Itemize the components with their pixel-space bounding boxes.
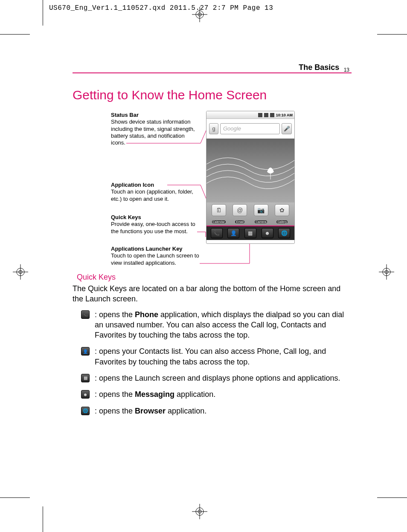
quick-key-messaging: ☻ : opens the Messaging application.	[81, 389, 352, 399]
phone-icon: 📞	[211, 228, 223, 238]
app-gallery: ✿ Gallery	[272, 204, 292, 225]
messaging-icon: ☻	[81, 390, 90, 399]
app-calendar: 🗓 Calendar	[209, 204, 229, 225]
messaging-icon: ☻	[262, 228, 273, 238]
battery-icon	[270, 113, 274, 117]
running-header: The Basics 13	[299, 63, 349, 73]
quick-key-browser: 🌐 : opens the Browser application.	[81, 406, 352, 416]
crop-mark	[377, 497, 407, 498]
manual-page: US670_Eng_Ver1.1_110527.qxd 2011.5.27 2:…	[0, 0, 407, 532]
phone-icon: 📞	[81, 310, 90, 319]
wallpaper-graphic	[206, 139, 294, 202]
status-bar: 10:10 AM	[206, 111, 294, 119]
search-widget: g Google 🎤	[209, 123, 292, 134]
quick-key-launch-text: : opens the Launch screen and displays p…	[95, 373, 352, 383]
quick-key-browser-text: : opens the Browser application.	[95, 406, 352, 416]
quick-keys-bar: 📞 👤 ▦ ☻ 🌐	[206, 226, 294, 240]
mic-icon: 🎤	[282, 123, 292, 134]
quick-key-phone-text: : opens the Phone application, which dis…	[95, 309, 352, 341]
crop-mark	[377, 34, 407, 35]
clock: 10:10 AM	[276, 113, 293, 117]
camera-icon: 📷	[254, 204, 268, 216]
quick-key-phone: 📞 : opens the Phone application, which d…	[81, 309, 352, 341]
page-content: Getting to Know the Home Screen Status B…	[73, 85, 352, 422]
browser-icon: 🌐	[81, 407, 90, 415]
phone-screenshot: 10:10 AM g Google 🎤	[206, 111, 295, 244]
home-apps-row: 🗓 Calendar @ Email 📷 Camera ✿ Gallery	[206, 202, 294, 226]
network-icon	[258, 113, 262, 117]
crop-mark	[43, 506, 43, 532]
app-camera: 📷 Camera	[251, 204, 271, 225]
contacts-icon: 👤	[81, 347, 90, 356]
quick-key-contacts-text: : opens your Contacts list. You can also…	[95, 346, 352, 367]
home-screen-diagram: Status Bar Shows device status informati…	[73, 109, 352, 267]
search-input: Google	[220, 123, 280, 134]
crop-mark	[43, 0, 43, 26]
calendar-icon: 🗓	[212, 204, 226, 216]
browser-icon: 🌐	[278, 228, 290, 238]
quick-keys-heading: Quick Keys	[77, 273, 352, 282]
registration-mark-icon	[379, 264, 394, 280]
google-icon: g	[209, 123, 218, 134]
app-email: @ Email	[230, 204, 250, 225]
crop-mark	[0, 497, 30, 498]
quick-key-launch: ▦ : opens the Launch screen and displays…	[81, 373, 352, 383]
registration-mark-icon	[192, 7, 207, 22]
header-rule	[73, 72, 352, 73]
apps-grid-icon: ▦	[244, 228, 256, 238]
email-icon: @	[233, 204, 247, 216]
registration-mark-icon	[13, 264, 28, 280]
page-title: Getting to Know the Home Screen	[73, 88, 352, 102]
apps-grid-icon: ▦	[81, 374, 90, 382]
section-title: The Basics	[299, 63, 339, 72]
quick-key-contacts: 👤 : opens your Contacts list. You can al…	[81, 346, 352, 367]
crop-mark	[0, 34, 30, 35]
registration-mark-icon	[192, 504, 207, 519]
signal-icon	[264, 113, 268, 117]
quick-keys-list: 📞 : opens the Phone application, which d…	[73, 309, 352, 416]
print-job-header: US670_Eng_Ver1.1_110527.qxd 2011.5.27 2:…	[49, 4, 273, 12]
quick-keys-intro: The Quick Keys are located on a bar alon…	[73, 283, 352, 304]
gallery-icon: ✿	[275, 204, 289, 216]
contacts-icon: 👤	[227, 228, 239, 238]
quick-key-messaging-text: : opens the Messaging application.	[95, 389, 352, 399]
